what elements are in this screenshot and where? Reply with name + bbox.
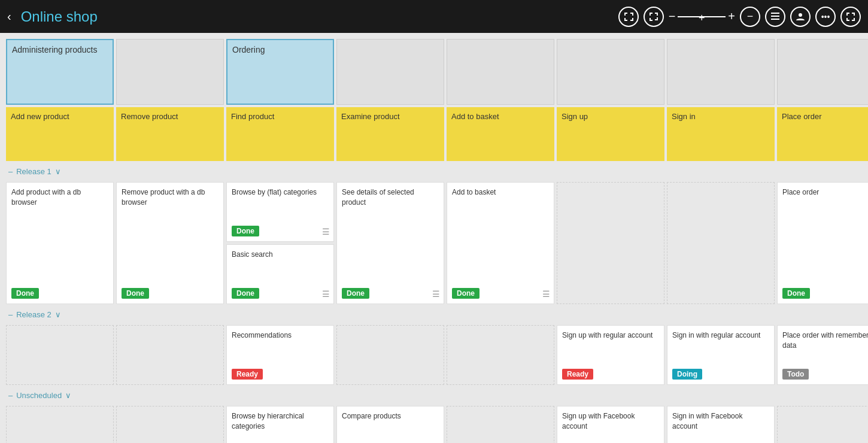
epic-empty-4 — [557, 39, 664, 105]
card-empty-admin-us — [6, 406, 114, 443]
badge-done-3: Done — [232, 226, 259, 236]
epic-empty-1 — [116, 39, 224, 105]
release-1-chevron: ∨ — [55, 167, 61, 176]
unscheduled-dash: – — [8, 391, 13, 400]
zoom-out-icon[interactable]: − — [740, 7, 760, 27]
epic-ordering[interactable]: Ordering — [226, 39, 334, 105]
card-menu-icon-extra[interactable]: ☰ — [322, 289, 330, 299]
card-empty-admin-r2 — [6, 325, 114, 385]
card-empty-signup-r1 — [557, 182, 664, 304]
card-empty-basket-us — [447, 406, 554, 443]
story-header-examine-product[interactable]: Examine product — [336, 107, 444, 161]
badge-done-basic-search: Done — [232, 288, 259, 299]
epic-administering-products[interactable]: Administering products — [6, 39, 114, 105]
epic-empty-5 — [667, 39, 775, 105]
release-1-dash: – — [8, 167, 13, 176]
card-empty-order-us — [777, 406, 868, 443]
card-signup-facebook[interactable]: Sign up with Facebook account — [557, 406, 664, 443]
card-empty-examine-r2 — [336, 325, 444, 385]
release-2-row[interactable]: – Release 2 ∨ — [6, 307, 868, 323]
badge-done-4: Done — [342, 288, 369, 299]
card-menu-icon-3[interactable]: ☰ — [542, 289, 550, 299]
svg-rect-2 — [771, 19, 779, 20]
main-content: Administering products Ordering Add new … — [0, 33, 868, 443]
epic-empty-6 — [777, 39, 868, 105]
svg-rect-1 — [771, 16, 779, 17]
card-menu-icon-1[interactable]: ☰ — [322, 227, 330, 236]
release-1-label: Release 1 — [16, 167, 51, 176]
card-add-to-basket[interactable]: Add to basket Done ☰ — [447, 182, 554, 304]
unscheduled-label: Unscheduled — [16, 391, 62, 400]
kanban-grid: Administering products Ordering Add new … — [6, 39, 862, 443]
card-empty-remove-r2 — [116, 325, 224, 385]
badge-done-5: Done — [452, 288, 479, 299]
card-browse-hierarchical[interactable]: Browse by hierarchical categories — [226, 406, 334, 443]
badge-ready-recommendations: Ready — [232, 369, 263, 380]
badge-done-2: Done — [122, 288, 149, 299]
card-see-details[interactable]: See details of selected product Done ☰ — [336, 182, 444, 304]
list-icon[interactable] — [765, 7, 785, 27]
card-signup-regular[interactable]: Sign up with regular account Ready — [557, 325, 664, 385]
card-add-product-db[interactable]: Add product with a db browser Done — [6, 182, 114, 304]
card-empty-basket-r2 — [447, 325, 554, 385]
badge-done-1: Done — [11, 288, 39, 299]
card-browse-flat[interactable]: Browse by (flat) categories Done ☰ — [226, 182, 334, 242]
release-2-label: Release 2 — [16, 310, 51, 319]
zoom-minus-icon[interactable]: − — [669, 10, 676, 23]
badge-ready-signup: Ready — [562, 369, 593, 380]
more-icon[interactable]: ••• — [815, 7, 836, 27]
epic-empty-2 — [336, 39, 444, 105]
epic-empty-3 — [447, 39, 554, 105]
card-signin-facebook[interactable]: Sign in with Facebook account — [667, 406, 775, 443]
card-empty-signin-r1 — [667, 182, 775, 304]
release-2-chevron: ∨ — [55, 310, 61, 319]
card-place-order-r1[interactable]: Place order Done ☰ — [777, 182, 868, 304]
zoom-slider[interactable]: + — [678, 16, 726, 17]
card-menu-icon-2[interactable]: ☰ — [432, 289, 440, 299]
release-2-dash: – — [8, 310, 13, 319]
story-header-sign-up[interactable]: Sign up — [557, 107, 664, 161]
badge-done-6: Done — [782, 288, 810, 299]
badge-doing-signin: Doing — [672, 369, 702, 380]
svg-rect-0 — [771, 13, 779, 14]
story-header-find-product[interactable]: Find product — [226, 107, 334, 161]
card-empty-remove-us — [116, 406, 224, 443]
card-place-order-remembering[interactable]: Place order with remembering data Todo — [777, 325, 868, 385]
zoom-plus-icon[interactable]: + — [728, 10, 735, 23]
card-recommendations[interactable]: Recommendations Ready — [226, 325, 334, 385]
story-header-sign-in[interactable]: Sign in — [667, 107, 775, 161]
release-1-row[interactable]: – Release 1 ∨ — [6, 163, 868, 180]
story-header-remove-product[interactable]: Remove product — [116, 107, 224, 161]
card-signin-regular[interactable]: Sign in with regular account Doing — [667, 325, 775, 385]
zoom-out-map-icon[interactable] — [644, 7, 664, 27]
back-button[interactable]: ‹ — [7, 10, 11, 23]
toolbar-icons: − + + − ••• — [618, 7, 861, 27]
zoom-fit-icon[interactable] — [618, 7, 639, 27]
fullscreen-icon[interactable] — [840, 7, 861, 27]
story-header-add-new-product[interactable]: Add new product — [6, 107, 114, 161]
unscheduled-chevron: ∨ — [65, 391, 71, 400]
user-icon[interactable] — [790, 7, 811, 27]
story-header-add-to-basket[interactable]: Add to basket — [447, 107, 554, 161]
unscheduled-row[interactable]: – Unscheduled ∨ — [6, 387, 868, 403]
app-title: Online shop — [21, 8, 611, 25]
story-header-place-order[interactable]: Place order — [777, 107, 868, 161]
zoom-control: − + + — [669, 10, 735, 23]
card-basic-search[interactable]: Basic search Done ☰ — [226, 244, 334, 304]
badge-todo-place-order: Todo — [782, 369, 809, 380]
svg-point-3 — [799, 13, 802, 17]
card-compare-products[interactable]: Compare products — [336, 406, 444, 443]
app-header: ‹ Online shop − + + − ••• — [0, 0, 868, 33]
card-remove-product-db[interactable]: Remove product with a db browser Done — [116, 182, 224, 304]
